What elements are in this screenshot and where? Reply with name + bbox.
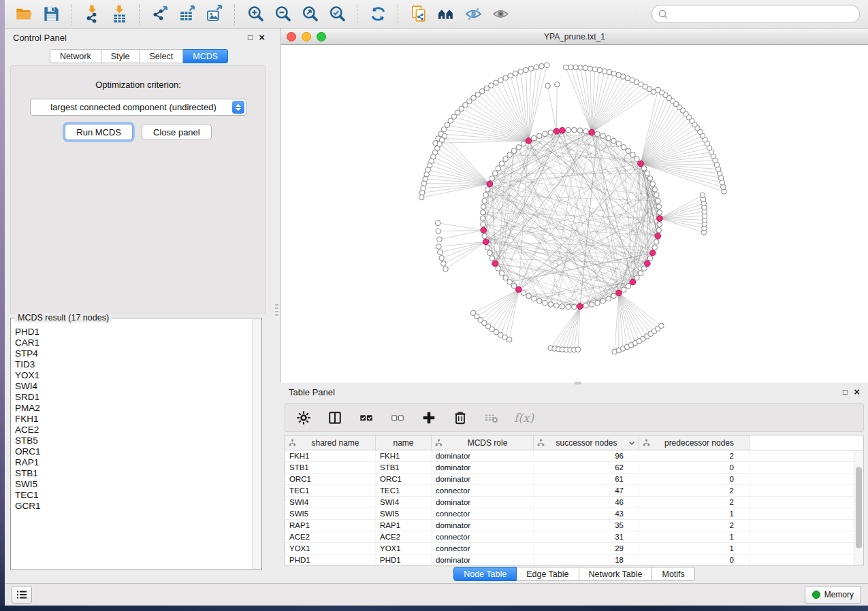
tab-edge-table[interactable]: Edge Table	[517, 567, 579, 581]
attribute-icon	[643, 439, 650, 446]
mcds-result-box: MCDS result (17 nodes) PHD1CAR1STP4TID3Y…	[10, 318, 262, 570]
optimization-criterion-select[interactable]: largest connected component (undirected)	[30, 99, 246, 116]
mcds-result-item[interactable]: ACE2	[15, 425, 251, 435]
toolbar-separator	[139, 4, 140, 24]
plus-icon	[421, 410, 436, 425]
mcds-result-item[interactable]: RAP1	[15, 457, 251, 468]
close-panel-button[interactable]: Close panel	[142, 124, 212, 140]
open-session-button[interactable]	[12, 3, 36, 26]
table-row[interactable]: RAP1RAP1dominator352	[285, 520, 863, 531]
column-header-successor-nodes[interactable]: successor nodes	[534, 435, 639, 450]
run-mcds-button[interactable]: Run MCDS	[65, 124, 133, 140]
search-input[interactable]	[669, 9, 854, 20]
task-history-button[interactable]	[12, 586, 32, 604]
table-row[interactable]: ACE2ACE2connector311	[285, 531, 863, 543]
column-header-name[interactable]: name	[376, 435, 432, 450]
mcds-result-item[interactable]: ORC1	[15, 446, 251, 457]
tab-network-table[interactable]: Network Table	[579, 567, 653, 581]
memory-button[interactable]: Memory	[805, 586, 861, 604]
mcds-result-title: MCDS result (17 nodes)	[15, 313, 112, 323]
column-header-predecessor-nodes[interactable]: predecessor nodes	[639, 435, 750, 450]
mcds-list-scrollbar[interactable]	[252, 319, 261, 569]
table-scrollbar[interactable]	[854, 450, 863, 565]
tab-network[interactable]: Network	[50, 49, 101, 63]
tab-mcds[interactable]: MCDS	[183, 49, 228, 63]
node-table-header: shared namenameMCDS rolesuccessor nodesp…	[285, 435, 863, 450]
table-row[interactable]: SWI5SWI5connector431	[285, 508, 863, 520]
column-header-MCDS-role[interactable]: MCDS role	[432, 435, 534, 450]
new-network-from-selection-button[interactable]	[406, 3, 431, 26]
export-image-button[interactable]	[202, 3, 227, 26]
table-toolbar: f(x)	[285, 403, 864, 432]
hide-selected-button[interactable]	[461, 3, 485, 26]
close-table-panel-icon[interactable]: ×	[854, 388, 860, 396]
network-graph[interactable]	[281, 45, 868, 383]
import-table-icon	[110, 5, 129, 23]
table-panel: Table Panel □ × f(x) shared namenameMCDS…	[280, 384, 868, 584]
tab-node-table[interactable]: Node Table	[453, 567, 517, 581]
optimization-criterion-label: Optimization criterion:	[11, 80, 266, 90]
tab-style[interactable]: Style	[101, 49, 140, 63]
deselect-all-button[interactable]	[389, 409, 406, 427]
attribute-icon	[289, 439, 296, 446]
network-title-bar[interactable]: YPA_prune.txt_1	[281, 29, 868, 45]
mcds-result-item[interactable]: PHD1	[15, 327, 251, 337]
zoom-in-button[interactable]	[243, 3, 268, 26]
mcds-result-item[interactable]: SWI4	[15, 381, 251, 392]
mcds-result-item[interactable]: GCR1	[15, 501, 251, 512]
mcds-result-item[interactable]: SWI5	[15, 479, 251, 490]
mcds-result-item[interactable]: STB5	[15, 435, 251, 446]
table-row[interactable]: FKH1FKH1dominator962	[285, 450, 863, 462]
unchecked-boxes-icon	[390, 410, 405, 425]
first-neighbors-button[interactable]	[434, 3, 458, 26]
mcds-result-item[interactable]: YOX1	[15, 370, 251, 381]
table-row[interactable]: ORC1ORC1dominator610	[285, 474, 863, 485]
close-panel-icon[interactable]: ×	[259, 33, 265, 42]
table-row[interactable]: SWI4SWI4dominator462	[285, 497, 863, 508]
table-row[interactable]: STB1STB1dominator620	[285, 462, 863, 474]
select-all-button[interactable]	[357, 409, 375, 427]
mcds-result-item[interactable]: FKH1	[15, 414, 251, 425]
desktop-wallpaper-bottom	[0, 606, 868, 611]
control-panel: Control Panel □ × Network Style Select M…	[5, 29, 273, 584]
mcds-result-item[interactable]: PMA2	[15, 403, 251, 414]
delete-column-button[interactable]	[451, 409, 469, 427]
mcds-result-item[interactable]: TID3	[15, 359, 251, 370]
table-row[interactable]: PHD1PHD1dominator180	[285, 555, 863, 565]
import-table-button[interactable]	[107, 3, 131, 26]
network-window: YPA_prune.txt_1	[280, 29, 868, 383]
table-row[interactable]: TEC1TEC1connector472	[285, 485, 863, 497]
float-panel-icon[interactable]: □	[248, 33, 253, 42]
table-settings-button[interactable]	[295, 409, 312, 427]
mcds-result-item[interactable]: SRD1	[15, 392, 251, 403]
tab-motifs[interactable]: Motifs	[652, 567, 694, 581]
column-header-shared-name[interactable]: shared name	[285, 435, 376, 450]
float-table-panel-icon[interactable]: □	[843, 388, 848, 396]
refresh-layout-button[interactable]	[366, 3, 390, 26]
import-network-button[interactable]	[80, 3, 104, 26]
desktop: Control Panel □ × Network Style Select M…	[0, 0, 868, 611]
tab-select[interactable]: Select	[140, 49, 184, 63]
export-table-button[interactable]	[175, 3, 199, 26]
table-row[interactable]: YOX1YOX1connector291	[285, 543, 863, 555]
save-session-button[interactable]	[39, 3, 63, 26]
search-box[interactable]	[652, 5, 860, 23]
show-all-button[interactable]	[488, 3, 513, 26]
zoom-selected-button[interactable]	[325, 3, 349, 26]
zoom-fit-button[interactable]	[298, 3, 322, 26]
zoom-in-icon	[246, 5, 265, 23]
column-view-icon	[327, 410, 342, 425]
mcds-result-item[interactable]: STB1	[15, 468, 251, 479]
add-column-button[interactable]	[420, 409, 438, 427]
panel-splitter[interactable]	[273, 29, 280, 584]
mcds-result-item[interactable]: STP4	[15, 348, 251, 359]
zoom-out-button[interactable]	[270, 3, 295, 26]
combo-stepper-icon	[232, 101, 244, 114]
table-scrollbar-thumb[interactable]	[856, 467, 862, 548]
mcds-result-item[interactable]: CAR1	[15, 337, 251, 348]
toolbar-separator	[398, 4, 399, 24]
mcds-result-item[interactable]: TEC1	[15, 490, 251, 501]
export-network-button[interactable]	[148, 3, 172, 26]
show-column-button[interactable]	[326, 409, 344, 427]
network-canvas[interactable]	[281, 45, 868, 383]
